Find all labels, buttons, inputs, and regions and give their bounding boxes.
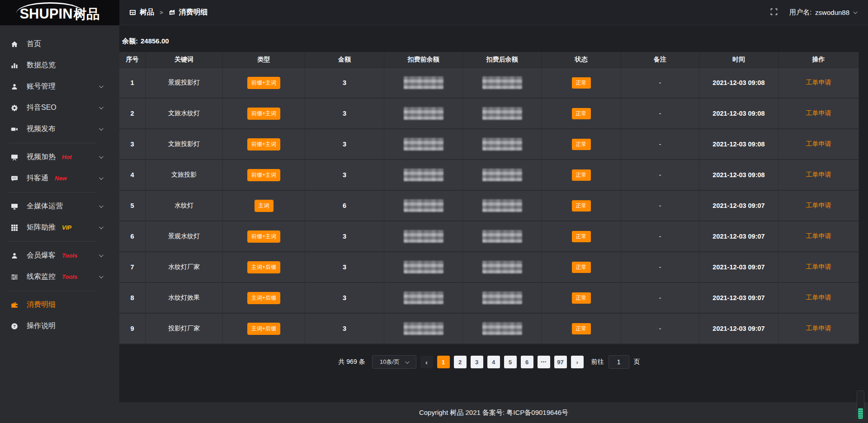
sidebar-divider xyxy=(8,241,97,242)
question-icon: ? xyxy=(11,323,20,330)
page-button-2[interactable]: 2 xyxy=(454,356,467,368)
type-cell: 前缀+主词 xyxy=(223,221,305,252)
breadcrumb-item-home[interactable]: 树品 xyxy=(140,8,154,17)
breadcrumb-separator: > xyxy=(160,9,163,16)
remark-cell: - xyxy=(621,99,699,129)
blurred-balance-value xyxy=(404,261,443,273)
amount-cell: 3 xyxy=(305,314,384,344)
keyword-type-badge: 前缀+主词 xyxy=(247,108,280,120)
goto-page: 前往 页 xyxy=(591,355,640,369)
work-order-link[interactable]: 工单申请 xyxy=(806,263,831,270)
page-ellipsis-button[interactable]: ••• xyxy=(538,356,550,368)
username-value: zswodun88 xyxy=(815,9,849,16)
column-header-4: 扣费前余额 xyxy=(384,52,463,68)
sidebar-item-消费明细[interactable]: 消费明细 xyxy=(0,294,119,315)
sidebar-item-全媒体运营[interactable]: 全媒体运营 xyxy=(0,196,119,217)
keyword-cell: 景观水纹灯 xyxy=(146,221,223,252)
sidebar-item-操作说明[interactable]: ?操作说明 xyxy=(0,315,119,337)
work-order-link[interactable]: 工单申请 xyxy=(806,294,831,301)
chevron-down-icon xyxy=(99,105,104,109)
next-page-button[interactable]: › xyxy=(571,356,584,368)
sidebar-item-视频加热[interactable]: 视频加热Hot xyxy=(0,146,119,168)
chevron-down-icon xyxy=(99,203,104,208)
sidebar-item-账号管理[interactable]: 账号管理 xyxy=(0,76,119,97)
sidebar-item-tag: Tools xyxy=(62,273,77,280)
page-button-4[interactable]: 4 xyxy=(487,356,500,368)
action-cell: 工单申请 xyxy=(778,191,859,221)
blurred-balance-value xyxy=(482,322,522,335)
amount-cell: 3 xyxy=(305,221,384,252)
keyword-type-badge: 主词+后缀 xyxy=(247,261,280,273)
wallet-icon xyxy=(11,301,20,309)
remark-cell: - xyxy=(621,129,699,160)
row-index: 6 xyxy=(119,221,146,252)
remark-cell: - xyxy=(621,283,699,314)
work-order-link[interactable]: 工单申请 xyxy=(806,171,831,178)
work-order-link[interactable]: 工单申请 xyxy=(806,79,831,86)
brand-logo: SHUPIN树品 xyxy=(0,0,119,25)
page-button-3[interactable]: 3 xyxy=(471,356,483,368)
blurred-balance-value xyxy=(404,169,443,181)
type-cell: 主词+后缀 xyxy=(223,252,305,283)
amount-cell: 3 xyxy=(305,283,384,314)
scrollbar-thumb[interactable] xyxy=(858,408,863,419)
status-badge: 正常 xyxy=(572,169,591,181)
scrollbar-widget[interactable] xyxy=(857,390,864,420)
remark-cell: - xyxy=(621,221,699,252)
status-cell: 正常 xyxy=(542,314,621,344)
sidebar-item-矩阵助推[interactable]: 矩阵助推VIP xyxy=(0,217,119,238)
page-button-97[interactable]: 97 xyxy=(554,356,567,368)
sidebar-item-首页[interactable]: 首页 xyxy=(0,33,119,55)
status-cell: 正常 xyxy=(542,129,621,160)
balance-label: 余额: xyxy=(122,37,138,45)
column-header-0: 序号 xyxy=(119,52,146,68)
sidebar-item-视频发布[interactable]: 视频发布 xyxy=(0,118,119,140)
sidebar-item-会员爆客[interactable]: 会员爆客Tools xyxy=(0,245,119,266)
work-order-link[interactable]: 工单申请 xyxy=(806,232,831,240)
sidebar-item-抖音SEO[interactable]: 抖音SEO xyxy=(0,97,119,118)
sidebar-item-label: 线索监控 xyxy=(27,272,56,282)
work-order-link[interactable]: 工单申请 xyxy=(806,140,831,147)
fullscreen-icon[interactable] xyxy=(770,8,778,17)
user-menu[interactable]: 用户名: zswodun88 xyxy=(789,8,856,17)
post-balance-cell xyxy=(463,314,542,344)
goto-page-input[interactable] xyxy=(609,355,629,369)
page-button-5[interactable]: 5 xyxy=(504,356,517,368)
chevron-down-icon xyxy=(99,175,104,180)
status-cell: 正常 xyxy=(542,191,621,221)
type-cell: 前缀+主词 xyxy=(223,68,305,99)
desktop-icon xyxy=(11,203,20,210)
time-cell: 2021-12-03 09:08 xyxy=(699,160,778,191)
post-balance-cell xyxy=(463,68,542,99)
work-order-link[interactable]: 工单申请 xyxy=(806,202,831,209)
sidebar-item-tag: Hot xyxy=(62,154,72,160)
page-button-1[interactable]: 1 xyxy=(437,356,450,368)
prev-page-button[interactable]: ‹ xyxy=(420,356,433,368)
column-header-7: 备注 xyxy=(621,52,699,68)
sidebar-item-label: 数据总览 xyxy=(27,61,56,70)
sidebar-item-线索监控[interactable]: 线索监控Tools xyxy=(0,266,119,287)
work-order-link[interactable]: 工单申请 xyxy=(806,324,831,332)
blurred-balance-value xyxy=(482,107,522,120)
page-buttons: 123456•••97 xyxy=(437,356,567,368)
table-row: 4文旅投影前缀+主词3正常-2021-12-03 09:08工单申请 xyxy=(119,160,859,191)
sidebar-item-抖客通[interactable]: 抖客通New xyxy=(0,168,119,189)
row-index: 9 xyxy=(119,314,146,344)
blurred-balance-value xyxy=(404,138,443,150)
logo-arc-decoration xyxy=(16,2,84,13)
breadcrumb: 树品 > 消费明细 xyxy=(129,8,208,17)
page-size-select[interactable]: 10条/页 xyxy=(372,355,416,369)
row-index: 1 xyxy=(119,68,146,99)
keyword-cell: 景观投影灯 xyxy=(146,68,223,99)
blurred-balance-value xyxy=(482,138,522,150)
row-index: 7 xyxy=(119,252,146,283)
page-size-value: 10条/页 xyxy=(380,358,400,366)
work-order-link[interactable]: 工单申请 xyxy=(806,109,831,117)
pagination: 共 969 条 10条/页 ‹ 123456•••97 › 前往 页 xyxy=(119,355,859,369)
keyword-type-badge: 主词 xyxy=(255,200,274,212)
breadcrumb-item-current: 消费明细 xyxy=(179,8,208,17)
status-badge: 正常 xyxy=(572,200,591,212)
page-button-6[interactable]: 6 xyxy=(521,356,533,368)
sidebar-item-数据总览[interactable]: 数据总览 xyxy=(0,55,119,76)
sidebar-item-tag: New xyxy=(55,175,67,182)
